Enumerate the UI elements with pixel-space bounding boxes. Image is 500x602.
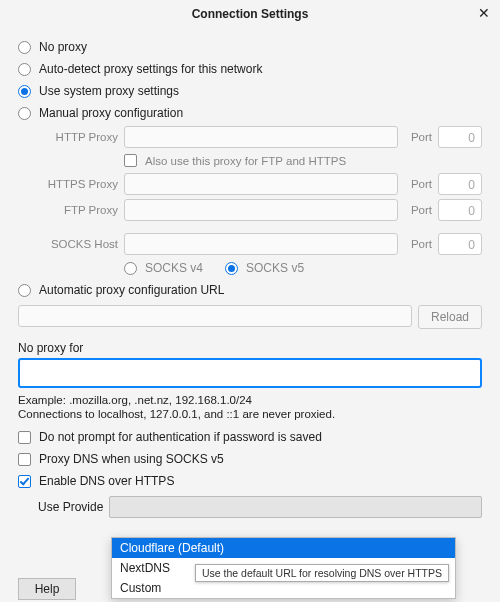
checkbox-icon bbox=[18, 475, 31, 488]
socks-host-input[interactable] bbox=[124, 233, 398, 255]
radio-icon bbox=[18, 41, 31, 54]
no-proxy-note: Connections to localhost, 127.0.0.1, and… bbox=[18, 406, 482, 426]
provider-label: Use Provide bbox=[38, 500, 103, 514]
https-proxy-input[interactable] bbox=[124, 173, 398, 195]
socks-v5-label: SOCKS v5 bbox=[246, 261, 304, 275]
doh-check[interactable]: Enable DNS over HTTPS bbox=[18, 470, 482, 492]
provider-select[interactable] bbox=[109, 496, 482, 518]
radio-icon bbox=[18, 107, 31, 120]
port-label: Port bbox=[404, 204, 432, 216]
radio-label: Use system proxy settings bbox=[39, 84, 179, 98]
radio-no-proxy[interactable]: No proxy bbox=[18, 36, 482, 58]
socks-port-input[interactable]: 0 bbox=[438, 233, 482, 255]
radio-label: No proxy bbox=[39, 40, 87, 54]
dialog-title: Connection Settings bbox=[192, 7, 309, 21]
share-proxy-label: Also use this proxy for FTP and HTTPS bbox=[145, 155, 346, 167]
no-proxy-example: Example: .mozilla.org, .net.nz, 192.168.… bbox=[18, 388, 482, 406]
radio-label: Manual proxy configuration bbox=[39, 106, 183, 120]
radio-auto-detect[interactable]: Auto-detect proxy settings for this netw… bbox=[18, 58, 482, 80]
noprompt-check[interactable]: Do not prompt for authentication if pass… bbox=[18, 426, 482, 448]
pac-url-input[interactable] bbox=[18, 305, 412, 327]
checkbox-icon bbox=[18, 453, 31, 466]
radio-system-proxy[interactable]: Use system proxy settings bbox=[18, 80, 482, 102]
check-label: Proxy DNS when using SOCKS v5 bbox=[39, 452, 224, 466]
reload-button[interactable]: Reload bbox=[418, 305, 482, 329]
no-proxy-for-label: No proxy for bbox=[18, 335, 482, 358]
http-port-input[interactable]: 0 bbox=[438, 126, 482, 148]
radio-label: Automatic proxy configuration URL bbox=[39, 283, 224, 297]
close-icon[interactable]: ✕ bbox=[478, 4, 490, 22]
http-proxy-label: HTTP Proxy bbox=[38, 131, 118, 143]
port-label: Port bbox=[404, 178, 432, 190]
check-label: Enable DNS over HTTPS bbox=[39, 474, 174, 488]
ftp-proxy-input[interactable] bbox=[124, 199, 398, 221]
https-port-input[interactable]: 0 bbox=[438, 173, 482, 195]
radio-manual-proxy[interactable]: Manual proxy configuration bbox=[18, 102, 482, 124]
radio-label: Auto-detect proxy settings for this netw… bbox=[39, 62, 262, 76]
socks-v4-radio[interactable] bbox=[124, 262, 137, 275]
no-proxy-for-input[interactable] bbox=[18, 358, 482, 388]
radio-icon bbox=[18, 85, 31, 98]
socks-v4-label: SOCKS v4 bbox=[145, 261, 203, 275]
checkbox-icon bbox=[124, 154, 137, 167]
socks-v5-radio[interactable] bbox=[225, 262, 238, 275]
radio-pac-url[interactable]: Automatic proxy configuration URL bbox=[18, 279, 482, 301]
socks-host-label: SOCKS Host bbox=[38, 238, 118, 250]
ftp-port-input[interactable]: 0 bbox=[438, 199, 482, 221]
provider-option-cloudflare[interactable]: Cloudflare (Default) bbox=[112, 538, 455, 558]
share-proxy-check[interactable]: Also use this proxy for FTP and HTTPS bbox=[38, 150, 482, 171]
provider-tooltip: Use the default URL for resolving DNS ov… bbox=[195, 564, 449, 582]
checkbox-icon bbox=[18, 431, 31, 444]
http-proxy-input[interactable] bbox=[124, 126, 398, 148]
radio-icon bbox=[18, 284, 31, 297]
port-label: Port bbox=[404, 238, 432, 250]
socks-dns-check[interactable]: Proxy DNS when using SOCKS v5 bbox=[18, 448, 482, 470]
ftp-proxy-label: FTP Proxy bbox=[38, 204, 118, 216]
help-button[interactable]: Help bbox=[18, 578, 76, 600]
check-label: Do not prompt for authentication if pass… bbox=[39, 430, 322, 444]
port-label: Port bbox=[404, 131, 432, 143]
radio-icon bbox=[18, 63, 31, 76]
https-proxy-label: HTTPS Proxy bbox=[38, 178, 118, 190]
